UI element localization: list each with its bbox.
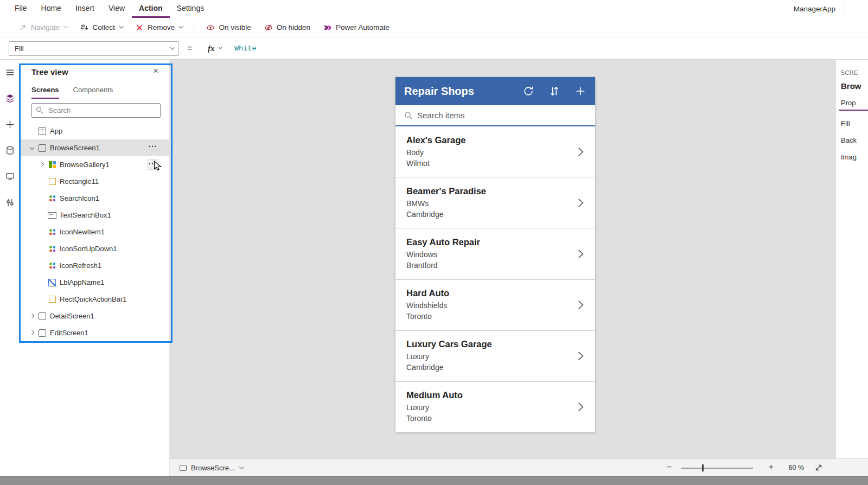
tree-view-tabs: Screens Components <box>31 86 113 99</box>
gallery-item[interactable]: Easy Auto Repair Windows Brantford <box>395 228 595 279</box>
tree-item-label: BrowseScreen1 <box>50 144 100 152</box>
media-button[interactable] <box>4 170 16 182</box>
remove-button[interactable]: Remove <box>129 18 188 37</box>
screen-icon <box>37 312 48 320</box>
expand-chevron-icon[interactable] <box>27 331 37 334</box>
properties-tab[interactable]: Prop <box>841 99 856 107</box>
tree-item[interactable]: SearchIcon1 <box>20 190 169 207</box>
phone-preview: Repair Shops Search items Alex's Garage … <box>395 77 595 432</box>
expand-chevron-icon[interactable] <box>37 297 47 301</box>
zoom-slider[interactable] <box>681 468 753 469</box>
menubar: File Home Insert View Action Settings <box>0 0 868 18</box>
zoom-slider-handle[interactable] <box>702 464 704 471</box>
tree-item[interactable]: IconSortUpDown1 <box>20 240 169 257</box>
tab-label: Components <box>73 86 113 94</box>
expand-chevron-icon[interactable] <box>27 129 37 132</box>
refresh-icon[interactable] <box>522 85 534 97</box>
expand-chevron-icon[interactable] <box>37 264 47 267</box>
expand-chevron-icon[interactable] <box>37 280 47 284</box>
tree-item[interactable]: RectQuickActionBar1 <box>20 291 169 308</box>
tree-item[interactable]: App <box>20 123 169 139</box>
chevron-right-icon[interactable] <box>573 196 588 210</box>
tree-list: App BrowseScreen1 BrowseGallery1 <box>20 123 169 341</box>
expand-chevron-icon[interactable] <box>37 230 47 233</box>
menu-item[interactable]: View <box>101 0 132 18</box>
menu-item[interactable]: Insert <box>68 0 101 18</box>
tree-view-tab[interactable]: Components <box>73 86 113 99</box>
powerapps-studio: File Home Insert View Action Settings Ma… <box>0 0 868 485</box>
on-visible-button[interactable]: On visible <box>200 18 257 37</box>
gallery-item[interactable]: Medium Auto Luxury Toronto <box>395 382 595 432</box>
selected-control-name: Brow <box>841 81 861 91</box>
tree-item[interactable]: LblAppName1 <box>20 274 169 291</box>
eye-off-icon <box>264 23 273 32</box>
chevron-right-icon[interactable] <box>573 349 588 363</box>
app-search-bar[interactable]: Search items <box>395 105 595 126</box>
tree-view-tab[interactable]: Screens <box>31 86 59 99</box>
zoom-in-button[interactable]: + <box>769 462 774 472</box>
fit-to-window-icon[interactable] <box>814 463 824 473</box>
search-placeholder: Search items <box>417 111 465 120</box>
plus-icon[interactable] <box>575 85 586 97</box>
glyph-icon <box>47 195 58 202</box>
gallery-item[interactable]: Beamer's Paradise BMWs Cambridge <box>395 177 595 228</box>
advanced-tools-button[interactable] <box>4 196 16 208</box>
tree-search-input[interactable] <box>31 103 161 118</box>
gallery-icon <box>47 161 58 168</box>
chevron-right-icon[interactable] <box>573 298 588 312</box>
chevron-right-icon[interactable] <box>573 145 588 159</box>
chevron-right-icon[interactable] <box>573 247 588 261</box>
tree-item[interactable]: IconNewItem1 <box>20 224 169 240</box>
expand-chevron-icon[interactable] <box>37 247 47 250</box>
tree-view-icon <box>5 93 15 104</box>
formula-input[interactable]: White <box>234 44 863 53</box>
tree-item[interactable]: Rectangle11 <box>20 173 169 190</box>
expand-chevron-icon[interactable] <box>37 196 47 200</box>
zoom-out-button[interactable]: − <box>667 462 672 472</box>
close-icon[interactable]: × <box>153 66 158 75</box>
chevron-down-icon <box>218 46 222 50</box>
more-options-button[interactable] <box>148 142 158 153</box>
shop-name: Beamer's Paradise <box>406 186 573 196</box>
app-header-bar[interactable]: Repair Shops <box>395 77 595 105</box>
tree-item[interactable]: BrowseGallery1 <box>20 156 169 173</box>
sort-icon[interactable] <box>548 85 560 97</box>
gallery-item[interactable]: Luxury Cars Garage Luxury Cambridge <box>395 331 595 382</box>
tree-item[interactable]: DetailScreen1 <box>20 308 169 324</box>
data-sources-button[interactable] <box>4 144 16 156</box>
action-toolbar: Navigate Collect Remove On visible On hi… <box>0 18 868 37</box>
power-automate-button[interactable]: Power Automate <box>317 18 396 37</box>
shop-city: Cambridge <box>406 209 573 220</box>
menu-item[interactable]: Settings <box>170 0 212 18</box>
chevron-right-icon[interactable] <box>573 400 588 414</box>
fx-button[interactable]: fx <box>208 44 221 53</box>
power-automate-label: Power Automate <box>336 23 390 31</box>
collect-button[interactable]: Collect <box>73 18 128 37</box>
screen-selector[interactable]: BrowseScre... <box>180 459 242 476</box>
menu-item[interactable]: Home <box>34 0 68 18</box>
shop-city: Wilmot <box>406 158 573 169</box>
expand-chevron-icon[interactable] <box>37 180 47 183</box>
tree-item[interactable]: TextSearchBox1 <box>20 207 169 224</box>
tree-item[interactable]: BrowseScreen1 <box>20 139 169 156</box>
hamburger-menu-button[interactable] <box>4 66 16 78</box>
gallery-item[interactable]: Hard Auto Windshields Toronto <box>395 280 595 331</box>
expand-chevron-icon[interactable] <box>37 213 47 216</box>
gallery-item[interactable]: Alex's Garage Body Wilmot <box>395 126 595 177</box>
on-hidden-button[interactable]: On hidden <box>258 18 317 37</box>
expand-chevron-icon[interactable] <box>27 146 37 149</box>
menu-item[interactable]: Action <box>132 0 170 18</box>
tree-view-button[interactable] <box>4 92 16 104</box>
property-selector[interactable]: Fill <box>9 41 179 56</box>
menu-item[interactable]: File <box>8 0 34 18</box>
insert-button[interactable] <box>4 118 16 130</box>
toolbar-divider <box>194 22 194 34</box>
expand-chevron-icon[interactable] <box>27 314 37 317</box>
navigate-button[interactable]: Navigate <box>12 18 73 37</box>
chevron-down-icon <box>63 24 68 29</box>
expand-chevron-icon[interactable] <box>37 163 47 166</box>
tree-item[interactable]: EditScreen1 <box>20 324 169 341</box>
tree-item[interactable]: IconRefresh1 <box>20 257 169 274</box>
property-background-label: Back <box>841 136 857 144</box>
property-image-label: Imag <box>841 153 857 161</box>
